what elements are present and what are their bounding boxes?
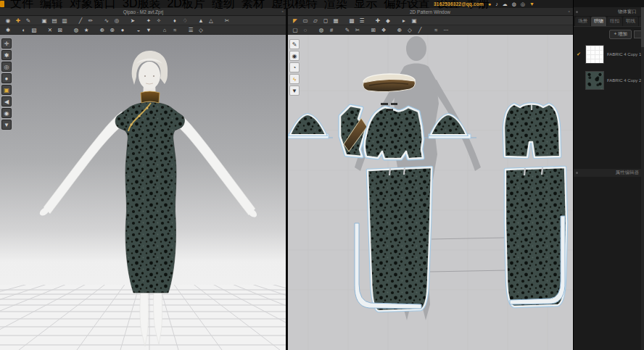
- tool-icon[interactable]: ✚: [14, 17, 22, 25]
- property-editor-header[interactable]: 属性编辑器: [574, 169, 644, 177]
- tool-icon[interactable]: ♢: [181, 17, 189, 25]
- dress-3d[interactable]: [115, 102, 184, 293]
- panel-tab[interactable]: 场景: [575, 17, 590, 26]
- viewport-3d[interactable]: ✛✱◎●▣◀◉▼: [0, 35, 286, 350]
- pattern-piece-sleeve-left[interactable]: [288, 114, 329, 138]
- menu-item[interactable]: 素材: [242, 0, 265, 12]
- menu-item[interactable]: 2D板片: [167, 0, 205, 12]
- side-tool-icon[interactable]: ◉: [289, 51, 300, 61]
- side-tool-icon[interactable]: ◔: [289, 62, 300, 72]
- tool-icon[interactable]: ∿: [102, 17, 111, 25]
- tool-icon[interactable]: ◻: [321, 17, 330, 25]
- tool-icon[interactable]: ▤: [50, 17, 59, 25]
- tool-icon[interactable]: ⊠: [56, 26, 65, 34]
- tool-icon[interactable]: ▲: [197, 17, 205, 25]
- panel-scrollbar[interactable]: [641, 7, 644, 350]
- tool-icon[interactable]: ✂: [353, 26, 362, 34]
- undock-2d-icon[interactable]: ▫: [569, 9, 570, 14]
- tool-icon[interactable]: ◍: [317, 26, 326, 34]
- tool-icon[interactable]: ★: [82, 26, 91, 34]
- tool-icon[interactable]: ◒: [134, 26, 143, 34]
- tool-icon[interactable]: ✂: [223, 17, 231, 25]
- tool-icon[interactable]: ▱: [311, 17, 320, 25]
- tool-icon[interactable]: ▩: [347, 17, 356, 25]
- menu-item[interactable]: 缝纫: [212, 0, 235, 12]
- menu-item[interactable]: 显示: [354, 0, 377, 12]
- pattern-piece-front-skirt[interactable]: [368, 167, 432, 311]
- fabric-swatch[interactable]: [585, 45, 604, 64]
- tool-icon[interactable]: ⊕: [395, 26, 404, 34]
- panel-tab[interactable]: 织物: [591, 17, 606, 26]
- tool-icon[interactable]: ✕: [46, 26, 54, 34]
- tool-icon[interactable]: ≈: [432, 26, 440, 34]
- pattern-piece-front-main[interactable]: [365, 103, 423, 159]
- tool-icon[interactable]: ✦: [144, 17, 153, 25]
- tool-icon[interactable]: ╱: [76, 17, 85, 25]
- tool-icon[interactable]: ◍: [72, 26, 80, 34]
- menu-item[interactable]: 虚拟模特: [271, 0, 318, 12]
- viewport-2d-pattern[interactable]: ✎◉◔ϟ▼: [288, 35, 573, 350]
- tool-icon[interactable]: ➤: [128, 17, 137, 25]
- pattern-piece-back-bodice[interactable]: [504, 104, 560, 157]
- side-tool-icon[interactable]: ◀: [1, 96, 12, 107]
- side-tool-icon[interactable]: ✱: [1, 50, 12, 60]
- pattern-piece-back-skirt[interactable]: [505, 167, 566, 307]
- tool-icon[interactable]: ▸: [400, 17, 408, 25]
- tool-icon[interactable]: ≈: [170, 26, 179, 34]
- add-fabric-button[interactable]: + 增加: [609, 30, 632, 39]
- tool-icon[interactable]: ▦: [331, 17, 340, 25]
- tool-icon[interactable]: ▢: [291, 26, 300, 34]
- tool-icon[interactable]: ☰: [358, 17, 366, 25]
- tool-icon[interactable]: ⊞: [369, 26, 378, 34]
- side-tool-icon[interactable]: ✎: [289, 39, 300, 49]
- tool-icon[interactable]: ◐: [20, 26, 28, 34]
- side-tool-icon[interactable]: ◎: [1, 62, 12, 72]
- tool-icon[interactable]: ⊕: [98, 26, 107, 34]
- fabric-list-item[interactable]: ✔ FABRIC 4 Copy 1: [574, 41, 644, 67]
- panel-tab[interactable]: 纽扣: [607, 17, 622, 26]
- menu-item[interactable]: 渲染: [324, 0, 347, 12]
- menu-item[interactable]: 文件: [10, 0, 33, 12]
- section-collapse-dot[interactable]: [576, 172, 578, 174]
- tool-icon[interactable]: ✎: [343, 26, 352, 34]
- tool-icon[interactable]: ✏: [86, 17, 95, 25]
- tool-icon[interactable]: ♦: [170, 17, 179, 25]
- dress-collar-3d[interactable]: [141, 91, 160, 103]
- panel-tab[interactable]: 明线: [623, 17, 638, 26]
- side-tool-icon[interactable]: ▼: [1, 120, 12, 130]
- menu-item[interactable]: 编辑: [40, 0, 63, 12]
- app-logo[interactable]: [0, 1, 4, 7]
- fabric-list-item[interactable]: FABRIC 4 Copy 2: [574, 67, 644, 93]
- tool-icon[interactable]: ✚: [373, 17, 382, 25]
- tool-icon[interactable]: ◤: [291, 17, 300, 25]
- side-tool-icon[interactable]: ϟ: [289, 74, 300, 84]
- tool-icon[interactable]: #: [327, 26, 336, 34]
- fabric-swatch[interactable]: [585, 71, 604, 90]
- tool-icon[interactable]: ⋯: [442, 26, 450, 34]
- tool-icon[interactable]: ╱: [416, 26, 424, 34]
- tool-icon[interactable]: ✎: [24, 17, 33, 25]
- menu-item[interactable]: 对象窗口: [70, 0, 116, 12]
- tool-icon[interactable]: ◌: [301, 26, 310, 34]
- tool-icon[interactable]: ▧: [30, 26, 38, 34]
- tool-icon[interactable]: ⌂: [160, 26, 169, 34]
- tool-icon[interactable]: ▣: [40, 17, 49, 25]
- tool-icon[interactable]: ◆: [384, 17, 392, 25]
- tool-icon[interactable]: ▥: [60, 17, 69, 25]
- tool-icon[interactable]: ⊗: [108, 26, 117, 34]
- side-tool-icon[interactable]: ✛: [1, 38, 12, 49]
- tool-icon[interactable]: ▣: [410, 17, 418, 25]
- tool-icon[interactable]: ☰: [186, 26, 195, 34]
- tool-icon[interactable]: ▼: [144, 26, 153, 34]
- tool-icon[interactable]: ◇: [197, 26, 205, 34]
- side-tool-icon[interactable]: ▣: [1, 85, 12, 95]
- tool-icon[interactable]: ◇: [405, 26, 414, 34]
- tool-icon[interactable]: ●: [118, 26, 127, 34]
- pattern-piece-collar[interactable]: [363, 74, 416, 92]
- panel-collapse-dot[interactable]: [576, 11, 578, 13]
- menu-item[interactable]: 3D服装: [123, 0, 160, 12]
- tool-icon[interactable]: ▭: [301, 17, 310, 25]
- tool-icon[interactable]: △: [207, 17, 215, 25]
- tool-icon[interactable]: ❖: [379, 26, 388, 34]
- menu-item[interactable]: 偏好设置: [384, 0, 430, 12]
